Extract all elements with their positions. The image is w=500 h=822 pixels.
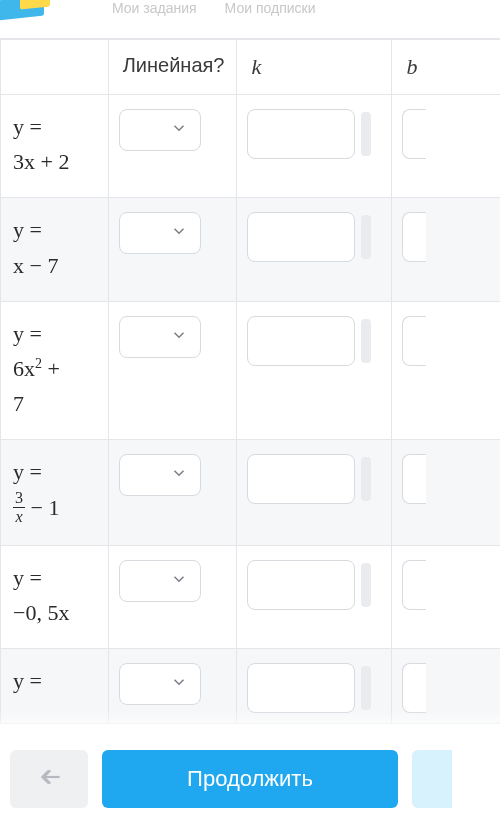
header-equation: [1, 40, 109, 95]
k-input[interactable]: [247, 663, 355, 713]
linear-select[interactable]: [119, 212, 201, 254]
b-input[interactable]: [402, 316, 426, 366]
k-input[interactable]: [247, 560, 355, 610]
b-input[interactable]: [402, 109, 426, 159]
continue-button[interactable]: Продолжить: [102, 750, 398, 808]
equation-cell: y = x − 7: [1, 198, 109, 301]
table-row: y = 3x + 2: [1, 95, 501, 198]
chevron-down-icon: [170, 326, 188, 348]
header-k: k: [237, 40, 392, 95]
header-linear: Линейная?: [108, 40, 237, 95]
next-button-partial[interactable]: [412, 750, 452, 808]
table-row: y = 3x − 1: [1, 440, 501, 546]
b-input[interactable]: [402, 560, 426, 610]
b-input[interactable]: [402, 454, 426, 504]
bottom-bar: Продолжить: [0, 734, 500, 822]
k-input[interactable]: [247, 109, 355, 159]
table-row: y = 6x2 + 7: [1, 301, 501, 440]
equation-cell: y = 3x − 1: [1, 440, 109, 546]
b-input[interactable]: [402, 212, 426, 262]
keypad-toggle[interactable]: [361, 666, 371, 710]
equation-cell: y =: [1, 649, 109, 724]
chevron-down-icon: [170, 570, 188, 592]
back-button[interactable]: [10, 750, 88, 808]
chevron-down-icon: [170, 464, 188, 486]
chevron-down-icon: [170, 673, 188, 695]
chevron-down-icon: [170, 222, 188, 244]
nav-my-tasks[interactable]: Мои задания: [112, 0, 197, 20]
linear-select[interactable]: [119, 109, 201, 151]
keypad-toggle[interactable]: [361, 457, 371, 501]
arrow-left-icon: [34, 764, 64, 794]
nav-my-subscriptions[interactable]: Мои подписки: [225, 0, 316, 20]
table-row: y = −0, 5x: [1, 545, 501, 648]
k-input[interactable]: [247, 316, 355, 366]
chevron-down-icon: [170, 119, 188, 141]
k-input[interactable]: [247, 212, 355, 262]
linear-select[interactable]: [119, 560, 201, 602]
table-row: y = x − 7: [1, 198, 501, 301]
equation-cell: y = −0, 5x: [1, 545, 109, 648]
exercise-table: Линейная? k b y = 3x + 2: [0, 38, 500, 724]
b-input[interactable]: [402, 663, 426, 713]
keypad-toggle[interactable]: [361, 319, 371, 363]
top-nav: Мои задания Мои подписки: [0, 0, 500, 20]
equation-cell: y = 3x + 2: [1, 95, 109, 198]
linear-select[interactable]: [119, 663, 201, 705]
table-row: y =: [1, 649, 501, 724]
keypad-toggle[interactable]: [361, 215, 371, 259]
linear-select[interactable]: [119, 316, 201, 358]
brand-logo: [0, 0, 50, 26]
header-b: b: [392, 40, 500, 95]
linear-select[interactable]: [119, 454, 201, 496]
keypad-toggle[interactable]: [361, 563, 371, 607]
equation-cell: y = 6x2 + 7: [1, 301, 109, 440]
keypad-toggle[interactable]: [361, 112, 371, 156]
k-input[interactable]: [247, 454, 355, 504]
